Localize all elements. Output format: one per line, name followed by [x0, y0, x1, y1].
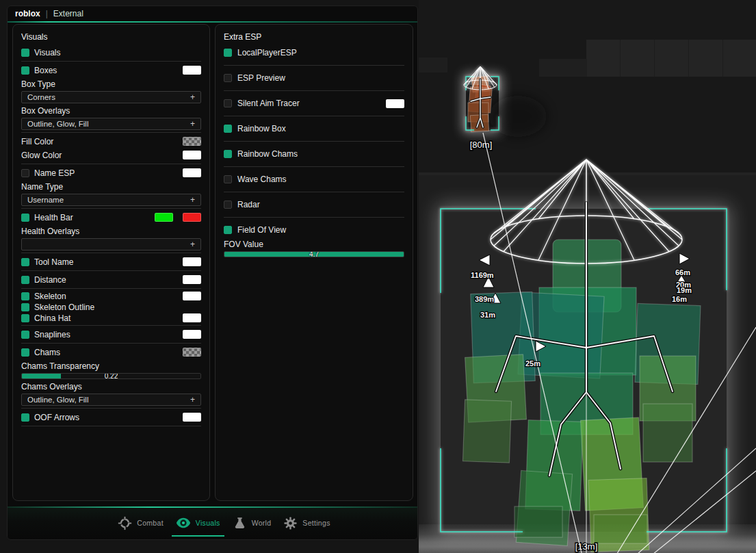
checkbox-checked-icon[interactable]	[224, 150, 232, 158]
checkbox-unchecked-icon[interactable]	[224, 74, 232, 82]
toggle-tool-name[interactable]: Tool Name	[21, 255, 201, 268]
label-health-overlays: Health Overlays	[21, 227, 201, 237]
divider	[21, 164, 201, 164]
color-swatch-red[interactable]	[183, 213, 201, 222]
toggle-field-of-view[interactable]: Field Of View	[224, 223, 404, 237]
row-fill-color: Fill Color	[21, 135, 201, 148]
checkbox-checked-icon[interactable]	[21, 331, 29, 339]
dropdown-box-type[interactable]: Corners +	[21, 91, 201, 103]
label-box-overlays: Box Overlays	[21, 106, 201, 116]
divider	[21, 270, 201, 271]
checkbox-checked-icon[interactable]	[21, 66, 29, 75]
checkbox-checked-icon[interactable]	[21, 49, 29, 57]
expand-icon[interactable]: +	[190, 395, 195, 404]
checkbox-unchecked-icon[interactable]	[21, 169, 29, 177]
expand-icon[interactable]: +	[190, 119, 195, 129]
panel-extra-esp: Extra ESP LocalPlayerESP ESP Preview Sil…	[215, 24, 413, 501]
expand-icon[interactable]: +	[190, 195, 195, 205]
toggle-snaplines[interactable]: Snaplines	[21, 328, 201, 341]
toggle-esp-preview[interactable]: ESP Preview	[224, 71, 404, 85]
color-swatch-white[interactable]	[183, 275, 201, 284]
color-swatch-green[interactable]	[155, 213, 173, 222]
title-separator: |	[46, 9, 48, 18]
divider	[224, 65, 404, 66]
color-swatch-white[interactable]	[386, 99, 404, 108]
checkbox-checked-icon[interactable]	[21, 314, 29, 322]
color-swatch-white[interactable]	[183, 168, 201, 177]
expand-icon[interactable]: +	[190, 92, 195, 102]
tab-visuals[interactable]: Visuals	[174, 515, 222, 530]
checkbox-checked-icon[interactable]	[21, 214, 29, 222]
checkbox-unchecked-icon[interactable]	[224, 99, 232, 107]
checkbox-checked-icon[interactable]	[224, 226, 232, 234]
color-swatch-white[interactable]	[183, 330, 201, 339]
toggle-rainbow-box[interactable]: Rainbow Box	[224, 122, 404, 136]
crosshair-icon	[118, 516, 132, 530]
divider	[21, 343, 201, 344]
toggle-localplayer-esp[interactable]: LocalPlayerESP	[224, 46, 404, 60]
checkbox-checked-icon[interactable]	[224, 49, 232, 57]
svg-text:19m: 19m	[677, 286, 692, 294]
color-swatch-white[interactable]	[183, 66, 201, 75]
tab-combat[interactable]: Combat	[116, 516, 165, 530]
divider	[21, 132, 201, 133]
toggle-visuals[interactable]: Visuals	[21, 46, 201, 59]
tab-settings[interactable]: Settings	[282, 516, 331, 530]
eye-icon	[176, 515, 191, 530]
dropdown-chams-overlays[interactable]: Outline, Glow, Fill +	[21, 394, 201, 406]
label-box-type: Box Type	[21, 79, 201, 90]
divider	[224, 166, 404, 167]
color-swatch-white[interactable]	[183, 313, 201, 322]
divider	[21, 325, 201, 326]
toggle-wave-chams[interactable]: Wave Chams	[224, 172, 404, 186]
color-swatch-white[interactable]	[183, 257, 201, 266]
divider	[224, 192, 404, 192]
dropdown-health-overlays[interactable]: +	[21, 238, 201, 250]
toggle-china-hat[interactable]: China Hat	[21, 313, 201, 323]
checkbox-checked-icon[interactable]	[21, 292, 29, 300]
color-swatch-white[interactable]	[183, 151, 201, 159]
checkbox-checked-icon[interactable]	[21, 303, 29, 311]
screen: [80m]	[0, 0, 756, 553]
divider	[21, 208, 201, 209]
color-swatch-white[interactable]	[183, 292, 201, 300]
checkbox-unchecked-icon[interactable]	[224, 175, 232, 183]
toggle-distance[interactable]: Distance	[21, 273, 201, 286]
color-swatch-white[interactable]	[183, 413, 201, 422]
checkbox-checked-icon[interactable]	[21, 348, 29, 357]
dropdown-box-overlays[interactable]: Outline, Glow, Fill +	[21, 118, 201, 130]
svg-text:16m: 16m	[672, 295, 687, 303]
checkbox-unchecked-icon[interactable]	[224, 201, 232, 209]
divider	[21, 61, 201, 62]
label-fov-value: FOV Value	[224, 240, 404, 250]
toggle-silent-aim-tracer[interactable]: Silent Aim Tracer	[224, 97, 404, 110]
toggle-boxes[interactable]: Boxes	[21, 64, 201, 77]
tab-world[interactable]: World	[231, 516, 273, 530]
checkbox-checked-icon[interactable]	[21, 258, 29, 266]
dropdown-name-type[interactable]: Username +	[21, 194, 201, 206]
toggle-chams[interactable]: Chams	[21, 346, 201, 359]
color-swatch-transparent[interactable]	[183, 137, 201, 146]
svg-text:1169m: 1169m	[471, 271, 494, 279]
distance-label-small: [80m]	[470, 140, 493, 150]
label-name-type: Name Type	[21, 182, 201, 192]
title-bar[interactable]: roblox | External	[8, 6, 417, 21]
panel-visuals-header: Visuals	[21, 32, 201, 42]
toggle-radar[interactable]: Radar	[224, 198, 404, 211]
color-swatch-transparent[interactable]	[183, 348, 201, 357]
slider-fov-value[interactable]: 4.7	[224, 251, 404, 257]
expand-icon[interactable]: +	[190, 240, 195, 249]
divider	[21, 426, 201, 426]
slider-chams-transparency[interactable]: 0.22	[21, 373, 201, 379]
checkbox-checked-icon[interactable]	[224, 125, 232, 133]
toggle-skeleton[interactable]: Skeleton	[21, 291, 201, 301]
toggle-oof-arrows[interactable]: OOF Arrows	[21, 411, 201, 424]
toggle-skeleton-outline[interactable]: Skeleton Outline	[21, 302, 201, 312]
checkbox-checked-icon[interactable]	[21, 276, 29, 284]
toggle-rainbow-chams[interactable]: Rainbow Chams	[224, 147, 404, 161]
scene-shadow	[489, 96, 547, 137]
toggle-name-esp[interactable]: Name ESP	[21, 166, 201, 179]
toggle-health-bar[interactable]: Health Bar	[21, 211, 201, 224]
svg-text:25m: 25m	[525, 359, 540, 368]
checkbox-checked-icon[interactable]	[21, 413, 29, 422]
